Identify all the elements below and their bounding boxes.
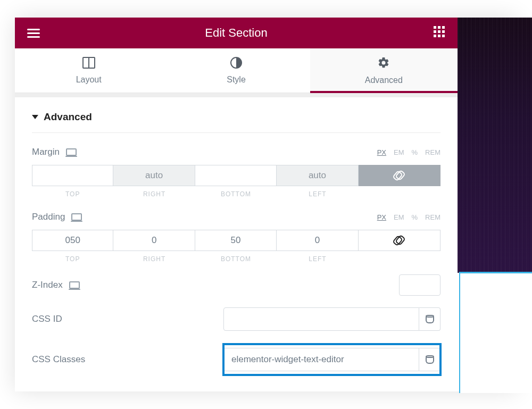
margin-right-input[interactable] — [113, 165, 195, 186]
css-id-dynamic-button[interactable] — [419, 307, 440, 331]
css-id-input[interactable] — [223, 307, 419, 331]
editor-panel: Edit Section Layout Style — [15, 18, 458, 391]
margin-label: Margin — [32, 147, 60, 157]
gear-icon — [377, 56, 390, 71]
unit-px[interactable]: PX — [377, 148, 386, 156]
panel-header: Edit Section — [15, 18, 458, 48]
zindex-input[interactable] — [399, 274, 440, 296]
padding-link-toggle[interactable] — [359, 230, 440, 251]
database-icon — [426, 355, 434, 364]
field-css-id: CSS ID — [32, 299, 440, 339]
device-desktop-icon[interactable] — [69, 281, 80, 289]
margin-units: PX EM % REM — [377, 148, 440, 156]
layout-icon — [82, 57, 95, 71]
css-id-label: CSS ID — [32, 314, 62, 324]
field-zindex: Z-Index — [32, 263, 440, 299]
padding-bottom-sub: BOTTOM — [221, 255, 251, 263]
device-desktop-icon[interactable] — [66, 148, 77, 156]
panel-title: Edit Section — [40, 26, 432, 40]
margin-right-sub: RIGHT — [143, 190, 165, 198]
preview-selected-section[interactable] — [459, 272, 532, 393]
unit-em[interactable]: EM — [394, 148, 404, 156]
unit-px[interactable]: PX — [377, 213, 386, 221]
link-icon — [394, 235, 404, 246]
tab-layout[interactable]: Layout — [15, 48, 162, 93]
css-classes-input[interactable] — [223, 348, 419, 371]
app-stage: Edit Section Layout Style — [15, 18, 517, 391]
padding-bottom-input[interactable] — [195, 230, 277, 251]
unit-rem[interactable]: REM — [425, 213, 440, 221]
css-classes-dynamic-button[interactable] — [419, 348, 440, 371]
tab-advanced[interactable]: Advanced — [310, 48, 458, 93]
unit-pct[interactable]: % — [412, 213, 418, 221]
margin-left-input[interactable] — [277, 165, 358, 186]
css-classes-label: CSS Classes — [32, 354, 85, 365]
margin-link-toggle[interactable] — [359, 165, 440, 186]
field-padding: Padding PX EM % REM TOP — [32, 198, 440, 263]
section-toggle-advanced[interactable]: Advanced — [32, 107, 440, 133]
elements-grid-icon[interactable] — [432, 26, 446, 40]
chevron-down-icon — [32, 115, 38, 119]
margin-top-sub: TOP — [65, 190, 80, 198]
padding-left-input[interactable] — [277, 230, 358, 251]
padding-right-input[interactable] — [113, 230, 195, 251]
unit-pct[interactable]: % — [412, 148, 418, 156]
device-desktop-icon[interactable] — [71, 213, 82, 221]
margin-left-sub: LEFT — [309, 190, 326, 198]
section-title: Advanced — [44, 111, 92, 123]
padding-units: PX EM % REM — [377, 213, 440, 221]
database-icon — [426, 315, 434, 323]
padding-label: Padding — [32, 212, 65, 222]
padding-left-sub: LEFT — [309, 255, 326, 263]
tab-style-label: Style — [227, 75, 246, 85]
menu-icon[interactable] — [27, 26, 40, 40]
margin-bottom-input[interactable] — [195, 165, 277, 186]
tab-style[interactable]: Style — [162, 48, 310, 93]
padding-top-input[interactable] — [32, 230, 113, 251]
margin-top-input[interactable] — [32, 165, 113, 186]
preview-pane — [458, 18, 532, 273]
tab-layout-label: Layout — [76, 75, 102, 85]
unit-rem[interactable]: REM — [425, 148, 440, 156]
tab-bar: Layout Style Advanced — [15, 48, 458, 93]
field-margin: Margin PX EM % REM TOP — [32, 133, 440, 198]
tab-advanced-label: Advanced — [365, 76, 403, 85]
field-css-classes: CSS Classes — [32, 339, 440, 380]
unit-em[interactable]: EM — [394, 213, 404, 221]
zindex-label: Z-Index — [32, 280, 63, 290]
margin-bottom-sub: BOTTOM — [221, 190, 251, 198]
spacer-bar — [15, 93, 458, 97]
link-icon — [394, 170, 404, 181]
padding-top-sub: TOP — [65, 255, 80, 263]
style-icon — [230, 57, 242, 71]
padding-right-sub: RIGHT — [143, 255, 165, 263]
